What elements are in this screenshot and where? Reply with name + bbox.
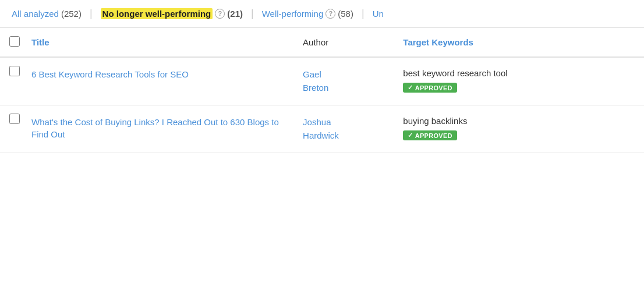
filter-un[interactable]: Un bbox=[370, 8, 386, 20]
author-name: Hardwick bbox=[303, 130, 339, 140]
select-all-checkbox[interactable] bbox=[9, 36, 20, 47]
keyword-text: buying backlinks bbox=[403, 116, 637, 126]
filter-well-performing-count: (58) bbox=[338, 9, 353, 19]
separator-2: | bbox=[251, 8, 254, 20]
header-keywords[interactable]: Target Keywords bbox=[396, 28, 644, 57]
row-keywords-cell: buying backlinks APPROVED bbox=[396, 105, 644, 153]
filter-all[interactable]: All analyzed (252) bbox=[9, 8, 84, 20]
table-row: What's the Cost of Buying Links? I Reach… bbox=[0, 105, 644, 153]
row-0-checkbox[interactable] bbox=[9, 66, 20, 76]
table-row: 6 Best Keyword Research Tools for SEOGae… bbox=[0, 57, 644, 105]
row-author-cell: JoshuaHardwick bbox=[296, 105, 396, 153]
header-author: Author bbox=[296, 28, 396, 57]
row-author-cell: GaelBreton bbox=[296, 57, 396, 105]
row-checkbox-cell bbox=[0, 105, 24, 153]
help-icon-well-performing[interactable]: ? bbox=[325, 9, 335, 19]
filter-bar: All analyzed (252) | No longer well-perf… bbox=[0, 0, 644, 28]
author-name: Breton bbox=[303, 83, 328, 93]
row-title-cell: What's the Cost of Buying Links? I Reach… bbox=[24, 105, 296, 153]
approved-badge: APPROVED bbox=[403, 83, 457, 93]
help-icon-no-longer[interactable]: ? bbox=[215, 9, 225, 19]
filter-all-count: (252) bbox=[61, 9, 82, 19]
filter-no-longer-label: No longer well-performing bbox=[101, 8, 213, 19]
table-header-row: Title Author Target Keywords bbox=[0, 28, 644, 57]
author-name: Joshua bbox=[303, 117, 331, 127]
row-title-cell: 6 Best Keyword Research Tools for SEO bbox=[24, 57, 296, 105]
filter-no-longer-count: (21) bbox=[227, 9, 243, 19]
article-title-link[interactable]: What's the Cost of Buying Links? I Reach… bbox=[31, 117, 279, 139]
row-1-checkbox[interactable] bbox=[9, 114, 20, 124]
separator-3: | bbox=[362, 8, 365, 20]
filter-un-label: Un bbox=[373, 9, 384, 19]
header-title[interactable]: Title bbox=[24, 28, 296, 57]
content-table: Title Author Target Keywords 6 Best Keyw… bbox=[0, 28, 644, 153]
keyword-text: best keyword research tool bbox=[403, 68, 637, 78]
approved-badge: APPROVED bbox=[403, 130, 457, 140]
filter-well-performing-label: Well-performing bbox=[262, 9, 324, 19]
filter-well-performing[interactable]: Well-performing ? (58) bbox=[260, 8, 356, 20]
author-name: Gael bbox=[303, 69, 321, 79]
header-checkbox-cell bbox=[0, 28, 24, 57]
row-checkbox-cell bbox=[0, 57, 24, 105]
filter-no-longer[interactable]: No longer well-performing ? (21) bbox=[98, 7, 245, 20]
separator-1: | bbox=[90, 8, 93, 20]
filter-all-label: All analyzed bbox=[12, 9, 59, 19]
row-keywords-cell: best keyword research tool APPROVED bbox=[396, 57, 644, 105]
article-title-link[interactable]: 6 Best Keyword Research Tools for SEO bbox=[31, 69, 189, 79]
